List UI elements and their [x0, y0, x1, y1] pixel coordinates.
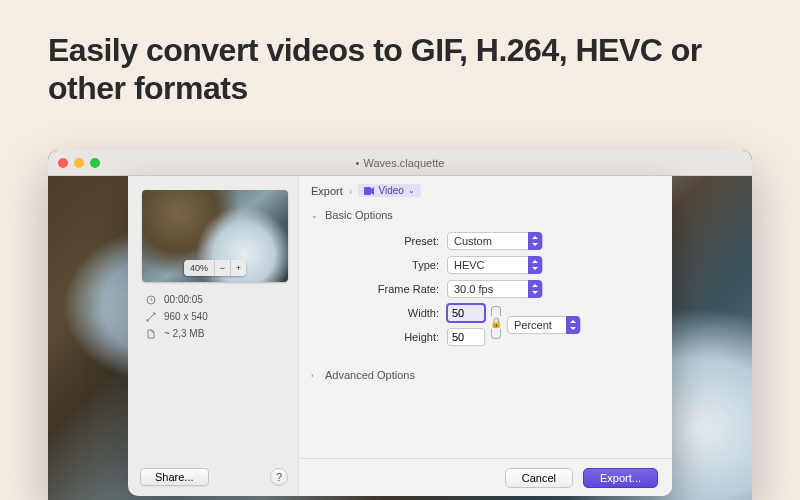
unit-value: Percent — [514, 319, 552, 331]
cancel-button[interactable]: Cancel — [505, 468, 573, 488]
basic-options-header[interactable]: ⌄ Basic Options — [299, 205, 672, 225]
disclosure-open-icon: ⌄ — [311, 211, 319, 220]
meta-filesize-value: ~ 2,3 MB — [164, 328, 204, 339]
window-title: Waves.claquette — [48, 157, 752, 169]
sheet-footer: Cancel Export... — [299, 458, 672, 496]
zoom-out-button[interactable]: − — [214, 260, 230, 276]
window-titlebar: Waves.claquette — [48, 150, 752, 176]
dimensions-icon — [146, 312, 156, 322]
type-label: Type: — [299, 259, 447, 271]
zoom-control: 40% − + — [184, 260, 246, 276]
export-preview-column: 40% − + 00:00:05 960 x 540 — [128, 176, 298, 496]
fps-value: 30.0 fps — [454, 283, 493, 295]
meta-duration: 00:00:05 — [146, 294, 288, 305]
height-label: Height: — [299, 331, 447, 343]
video-icon — [364, 187, 374, 195]
crumb-root[interactable]: Export — [311, 185, 343, 197]
preview-thumbnail: 40% − + — [142, 190, 288, 282]
disclosure-closed-icon: › — [311, 371, 319, 380]
width-label: Width: — [299, 307, 447, 319]
basic-options-form: Preset: Custom Type: HEVC Frame Rate: — [299, 225, 672, 353]
basic-options-label: Basic Options — [325, 209, 393, 221]
preview-metadata: 00:00:05 960 x 540 ~ 2,3 MB — [142, 294, 288, 339]
aspect-lock[interactable]: 🔒 — [485, 301, 507, 343]
fps-label: Frame Rate: — [299, 283, 447, 295]
preset-popup[interactable]: Custom — [447, 232, 543, 250]
help-button[interactable]: ? — [270, 468, 288, 486]
zoom-in-button[interactable]: + — [230, 260, 246, 276]
crumb-format-label: Video — [378, 185, 403, 196]
crumb-format-chip[interactable]: Video ⌄ — [358, 184, 420, 197]
meta-dimensions: 960 x 540 — [146, 311, 288, 322]
lock-icon: 🔒 — [490, 317, 502, 328]
chevron-right-icon: › — [349, 185, 353, 197]
width-input[interactable] — [447, 304, 485, 322]
app-window: Waves.claquette 40% − + 00:00:05 — [48, 150, 752, 500]
chevron-updown-icon — [528, 256, 542, 274]
zoom-level: 40% — [184, 263, 214, 273]
advanced-options-header[interactable]: › Advanced Options — [299, 365, 672, 385]
clock-icon — [146, 295, 156, 305]
unit-popup[interactable]: Percent — [507, 316, 581, 334]
preset-value: Custom — [454, 235, 492, 247]
marketing-headline: Easily convert videos to GIF, H.264, HEV… — [0, 0, 800, 126]
share-button[interactable]: Share... — [140, 468, 209, 486]
meta-dimensions-value: 960 x 540 — [164, 311, 208, 322]
chevron-updown-icon: ⌄ — [408, 186, 415, 195]
export-options-column: Export › Video ⌄ ⌄ Basic Options Preset:… — [298, 176, 672, 496]
fps-popup[interactable]: 30.0 fps — [447, 280, 543, 298]
advanced-options-label: Advanced Options — [325, 369, 415, 381]
breadcrumb: Export › Video ⌄ — [299, 176, 672, 205]
height-input[interactable] — [447, 328, 485, 346]
meta-filesize: ~ 2,3 MB — [146, 328, 288, 339]
export-button[interactable]: Export... — [583, 468, 658, 488]
type-value: HEVC — [454, 259, 485, 271]
chevron-updown-icon — [566, 316, 580, 334]
svg-rect-1 — [364, 187, 371, 195]
chevron-updown-icon — [528, 280, 542, 298]
meta-duration-value: 00:00:05 — [164, 294, 203, 305]
preset-label: Preset: — [299, 235, 447, 247]
type-popup[interactable]: HEVC — [447, 256, 543, 274]
chevron-updown-icon — [528, 232, 542, 250]
export-sheet: 40% − + 00:00:05 960 x 540 — [128, 176, 672, 496]
document-icon — [146, 329, 156, 339]
